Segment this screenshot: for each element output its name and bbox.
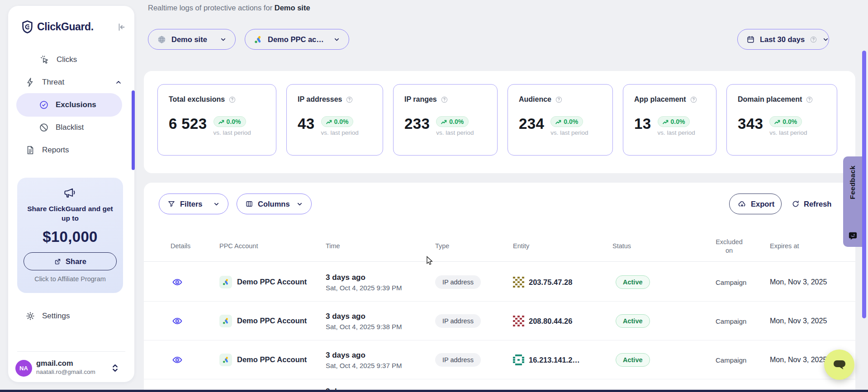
details-eye-icon[interactable] <box>172 316 183 326</box>
trend-up-icon <box>218 119 224 124</box>
stat-delta-badge: 0.0% <box>769 116 802 127</box>
promo-text: Share ClickGuard and get up to <box>25 204 115 223</box>
feedback-smiley-icon <box>848 231 858 241</box>
col-header-time: Time <box>326 242 340 250</box>
details-eye-icon[interactable] <box>172 354 183 365</box>
stat-delta: 0.0% <box>449 118 464 125</box>
help-icon[interactable] <box>346 96 353 104</box>
chevron-down-icon <box>296 201 303 208</box>
stat-delta: 0.0% <box>334 118 349 125</box>
ppc-account-cell: Demo PPC Account <box>219 315 307 327</box>
stat-compare: vs. last period <box>213 129 251 136</box>
columns-icon <box>245 200 253 208</box>
filters-button[interactable]: Filters <box>159 194 228 214</box>
time-relative: 3 days ago <box>326 350 402 359</box>
sidebar-item-clicks[interactable]: Clicks <box>40 50 77 70</box>
entity-cell: 203.75.47.28 <box>513 276 572 288</box>
site-selector[interactable]: Demo site <box>148 29 236 50</box>
stat-delta-badge: 0.0% <box>550 116 583 127</box>
ppc-account-selector[interactable]: Demo PPC ac… <box>245 29 349 50</box>
sidebar-item-label: Blacklist <box>56 123 84 132</box>
stat-card-ip-addresses: IP addresses 43 0.0% vs. last period <box>286 84 383 156</box>
site-selector-value: Demo site <box>171 35 207 44</box>
brand-name: ClickGuard. <box>37 21 116 33</box>
stat-label: Domain placement <box>738 95 802 104</box>
status-badge: Active <box>616 275 650 289</box>
chat-launcher-button[interactable] <box>824 349 854 380</box>
time-absolute: Sat, Oct 4, 2025 9:37 PM <box>326 361 402 369</box>
stat-label: IP addresses <box>298 95 342 104</box>
col-header-entity: Entity <box>513 242 529 250</box>
ppc-account-selector-value: Demo PPC ac… <box>268 35 324 44</box>
stat-delta-badge: 0.0% <box>213 116 246 127</box>
stat-label: IP ranges <box>404 95 437 104</box>
entity-identicon <box>513 276 524 288</box>
sidebar-item-exclusions[interactable]: Exclusions <box>16 93 122 117</box>
table-row[interactable]: Demo PPC Account 3 days ago Sat, Oct 4, … <box>144 340 855 379</box>
trend-up-icon <box>774 119 780 124</box>
entity-value: 203.75.47.28 <box>529 278 572 286</box>
user-email: naatali.ro@gmail.com <box>36 368 95 375</box>
help-icon[interactable] <box>441 96 448 104</box>
stat-compare: vs. last period <box>436 129 474 136</box>
exclusions-table-panel: Filters Columns Export Refresh <box>144 183 855 392</box>
stat-value: 233 <box>404 116 430 131</box>
stat-compare: vs. last period <box>658 129 695 136</box>
stat-value: 13 <box>634 116 651 131</box>
date-range-selector[interactable]: Last 30 days <box>737 29 829 50</box>
expires-at-cell: Mon, Nov 3, 2025 <box>770 356 827 364</box>
entity-identicon <box>513 315 524 326</box>
time-relative: 3 days ago <box>326 273 402 282</box>
sidebar-divider <box>17 351 125 352</box>
sidebar-item-settings[interactable]: Settings <box>25 306 70 326</box>
status-badge: Active <box>616 353 650 367</box>
stat-card-app-placement: App placement 13 0.0% vs. last period <box>623 84 716 156</box>
sidebar-scrollbar[interactable] <box>132 90 135 170</box>
table-row[interactable]: Demo PPC Account 3 days ago Sat, Oct 4, … <box>144 302 855 340</box>
calendar-icon <box>746 35 755 44</box>
refresh-button[interactable]: Refresh <box>792 194 831 214</box>
help-icon[interactable] <box>806 96 813 104</box>
sidebar-collapse-icon[interactable] <box>116 22 126 32</box>
help-icon[interactable] <box>690 96 697 104</box>
sidebar-item-blacklist[interactable]: Blacklist <box>39 118 84 137</box>
col-header-excluded-on: Excluded on <box>713 238 745 255</box>
stat-card-domain-placement: Domain placement 343 0.0% vs. last perio… <box>726 84 837 156</box>
sidebar-item-label: Clicks <box>57 55 77 64</box>
time-cell: 3 days ago Sat, Oct 4, 2025 9:39 PM <box>326 273 402 291</box>
page-scrollbar[interactable] <box>862 51 866 318</box>
help-icon[interactable] <box>228 96 236 104</box>
affiliate-link[interactable]: Click to Affiliate Program <box>17 275 123 283</box>
entity-cell: 208.80.44.26 <box>513 315 572 326</box>
help-icon[interactable] <box>555 96 563 104</box>
export-button[interactable]: Export <box>729 194 782 214</box>
chevron-down-icon <box>333 36 340 43</box>
expires-at-cell: Mon, Nov 3, 2025 <box>770 278 827 286</box>
ppc-account-cell: Demo PPC Account <box>219 276 307 288</box>
trend-up-icon <box>555 119 561 124</box>
cloud-download-icon <box>738 200 746 208</box>
stat-delta-badge: 0.0% <box>321 116 354 127</box>
stat-label: Audience <box>519 95 551 104</box>
stat-compare: vs. last period <box>550 129 588 136</box>
share-button[interactable]: Share <box>24 252 117 270</box>
table-row[interactable]: Demo PPC Account 3 days ago Sat, Oct 4, … <box>144 263 855 302</box>
chevron-down-icon <box>213 201 220 208</box>
columns-button[interactable]: Columns <box>237 194 312 214</box>
chat-bubble-icon <box>832 358 847 372</box>
stat-value: 234 <box>519 116 544 131</box>
sidebar-item-reports[interactable]: Reports <box>25 140 69 160</box>
time-cell: 3 days ago Sat, Oct 4, 2025 9:37 PM <box>326 350 402 369</box>
feedback-tab[interactable]: Feedback <box>843 156 862 247</box>
sidebar-item-label: Settings <box>42 312 70 321</box>
sidebar: ClickGuard. Clicks Threat <box>8 6 134 382</box>
details-eye-icon[interactable] <box>172 277 183 288</box>
filters-button-label: Filters <box>180 200 203 208</box>
time-cell: 3 days ago Sat, Oct 4, 2025 9:38 PM <box>326 312 402 330</box>
stat-delta: 0.0% <box>564 118 578 125</box>
affiliate-promo-card[interactable]: Share ClickGuard and get up to $10,000 S… <box>17 178 123 293</box>
expires-at-cell: Mon, Nov 3, 2025 <box>770 317 827 325</box>
sidebar-item-threat[interactable]: Threat <box>25 72 122 92</box>
trend-up-icon <box>663 119 669 124</box>
stat-delta: 0.0% <box>783 118 797 125</box>
